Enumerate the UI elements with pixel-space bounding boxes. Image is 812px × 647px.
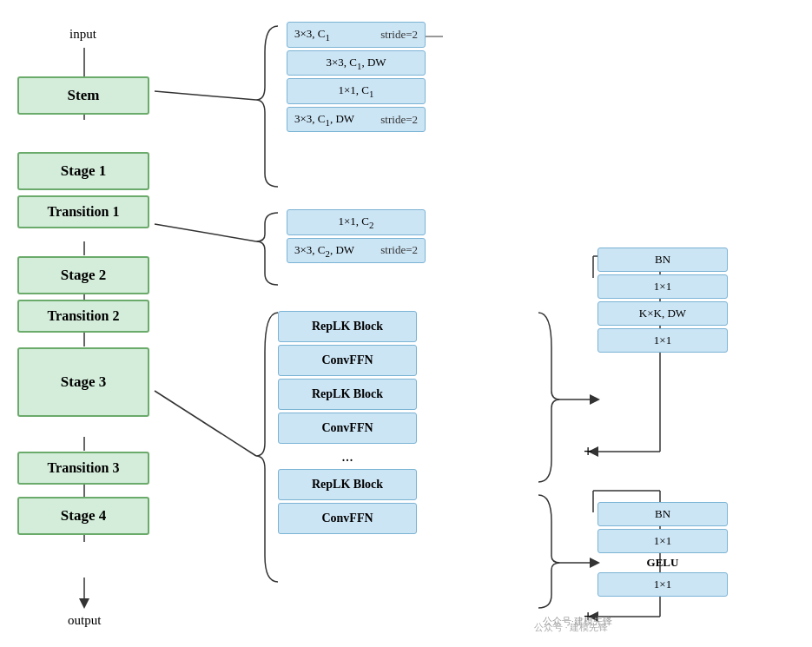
input-label: input <box>69 26 96 42</box>
replk-detail: BN 1×1 K×K, DW 1×1 <box>597 245 728 355</box>
transition1-box: Transition 1 <box>17 195 152 228</box>
stage3-blocks: RepLK Block ConvFFN RepLK Block ConvFFN … <box>278 308 417 537</box>
stem-box: Stem <box>17 76 152 115</box>
transition2-box: Transition 2 <box>17 300 152 333</box>
svg-line-13 <box>155 224 256 241</box>
watermark-display: 公众号 · 建模先锋 <box>534 621 608 634</box>
replk-plus: + <box>584 443 592 461</box>
stage3-box: Stage 3 <box>17 347 152 417</box>
diagram-container: input Stem Stage 1 Transition 1 Stage 2 … <box>0 0 812 647</box>
stage2-box: Stage 2 <box>17 256 152 294</box>
svg-line-14 <box>155 391 256 456</box>
output-label: output <box>68 612 101 628</box>
transition3-box: Transition 3 <box>17 452 152 485</box>
svg-line-11 <box>155 91 256 100</box>
transition1-blocks: 1×1, C2 3×3, C2, DW stride=2 <box>287 207 426 266</box>
stage1-box: Stage 1 <box>17 152 152 190</box>
convffn-detail: BN 1×1 GELU 1×1 <box>597 499 728 599</box>
stem-blocks: 3×3, C1 stride=2 3×3, C1, DW 1×1, C1 3×3… <box>287 19 426 135</box>
stage4-box: Stage 4 <box>17 497 152 535</box>
